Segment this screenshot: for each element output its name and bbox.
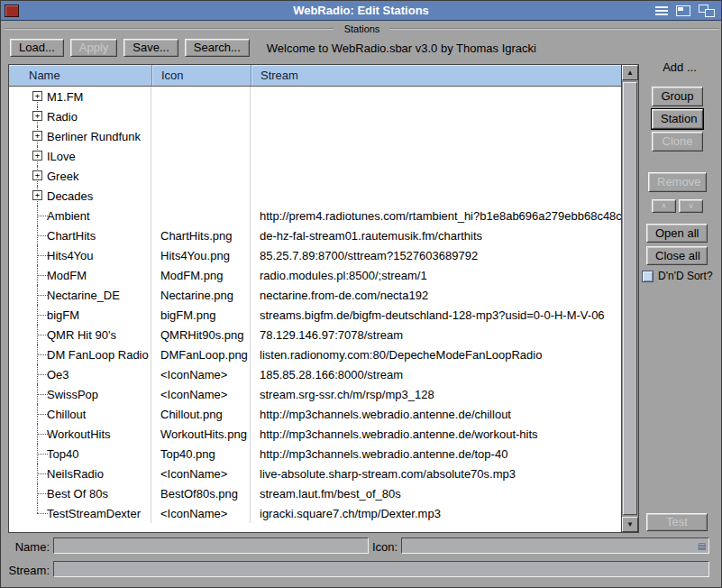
- column-header-stream[interactable]: Stream: [251, 65, 621, 86]
- table-row[interactable]: Hits4YouHits4You.png85.25.7.89:8700/sttr…: [9, 245, 621, 265]
- menu-icon[interactable]: [655, 6, 668, 15]
- expand-plus-icon[interactable]: +: [32, 190, 42, 200]
- stream-input[interactable]: [53, 561, 709, 577]
- icon-label: Icon:: [372, 540, 398, 554]
- close-icon[interactable]: [5, 5, 19, 17]
- station-name: Top40: [47, 447, 78, 461]
- cell-icon: ModFM.png: [151, 265, 251, 285]
- move-up-icon[interactable]: ∧: [652, 199, 676, 213]
- name-input[interactable]: [53, 537, 369, 554]
- table-row[interactable]: ModFMModFM.pngradio.modules.pl:8500/;str…: [9, 265, 621, 285]
- column-header-icon[interactable]: Icon: [151, 65, 251, 86]
- table-row[interactable]: ChilloutChillout.pnghttp://mp3channels.w…: [9, 404, 621, 424]
- station-name: Greek: [47, 170, 78, 183]
- scrollbar-track[interactable]: [622, 80, 638, 517]
- cell-icon: [151, 87, 251, 106]
- cell-stream: listen.radionomy.com:80/DepecheModeFanLo…: [251, 345, 621, 364]
- table-row[interactable]: ChartHitsChartHits.pngde-hz-fal-stream01…: [9, 225, 621, 245]
- cell-name: Chillout: [9, 404, 151, 424]
- cell-icon: <IconName>: [151, 464, 251, 483]
- expand-plus-icon[interactable]: +: [32, 131, 42, 141]
- cell-name: SwissPop: [9, 384, 151, 404]
- cell-stream: streams.bigfm.de/bigfm-deutschland-128-m…: [251, 305, 621, 325]
- table-row[interactable]: +ILove: [9, 146, 621, 166]
- station-name: bigFM: [47, 308, 79, 322]
- table-row[interactable]: Ambienthttp://prem4.radiotunes.com/rtamb…: [9, 206, 621, 225]
- icon-popup-button[interactable]: ▤: [695, 538, 708, 553]
- test-button[interactable]: Test: [646, 513, 708, 531]
- save-button[interactable]: Save...: [123, 39, 178, 57]
- remove-button[interactable]: Remove: [648, 172, 707, 192]
- table-row[interactable]: bigFMbigFM.pngstreams.bigfm.de/bigfm-deu…: [9, 305, 621, 325]
- tree-gadget: [9, 483, 45, 503]
- cell-name: Oe3: [9, 364, 151, 384]
- table-row[interactable]: +M1.FM: [9, 87, 621, 106]
- cell-icon: Chillout.png: [151, 404, 251, 424]
- table-row[interactable]: SwissPop<IconName>stream.srg-ssr.ch/m/rs…: [9, 384, 621, 404]
- cell-stream: [251, 166, 621, 186]
- table-row[interactable]: Oe3<IconName>185.85.28.166:8000/stream: [9, 364, 621, 384]
- zoom-gadget-icon[interactable]: [676, 5, 690, 16]
- table-row[interactable]: +Berliner Rundfunk: [9, 126, 621, 146]
- expand-plus-icon[interactable]: +: [32, 151, 42, 161]
- tree-branch-line: [37, 275, 48, 276]
- cell-name: +ILove: [9, 146, 151, 166]
- depth-gadget-icon[interactable]: [699, 5, 715, 17]
- tree-gadget: +: [9, 166, 45, 186]
- titlebar[interactable]: WebRadio: Edit Stations: [1, 1, 721, 21]
- table-row[interactable]: WorkoutHitsWorkoutHits.pnghttp://mp3chan…: [9, 424, 621, 444]
- table-row[interactable]: NeilsRadio<IconName>live-absolute.sharp-…: [9, 464, 621, 483]
- tree-branch-line: [37, 493, 48, 494]
- expand-plus-icon[interactable]: +: [32, 111, 42, 121]
- icon-input[interactable]: [401, 537, 709, 554]
- scrollbar-thumb[interactable]: [623, 82, 637, 515]
- cell-icon: ChartHits.png: [151, 225, 251, 245]
- cell-icon: Nectarine.png: [151, 285, 251, 305]
- station-name: ChartHits: [47, 229, 96, 243]
- cell-name: +Radio: [9, 106, 151, 126]
- window-title: WebRadio: Edit Stations: [55, 4, 667, 17]
- table-row[interactable]: Top40Top40.pnghttp://mp3channels.webradi…: [9, 444, 621, 464]
- expand-plus-icon[interactable]: +: [32, 91, 42, 101]
- scroll-up-icon[interactable]: ▲: [622, 65, 638, 80]
- open-all-button[interactable]: Open all: [646, 224, 708, 243]
- tree-branch-line: [37, 394, 48, 395]
- cell-icon: DMFanLoop.png: [151, 345, 251, 364]
- table-row[interactable]: +Greek: [9, 166, 621, 186]
- vertical-scrollbar[interactable]: ▲ ▼: [621, 65, 638, 532]
- move-down-icon[interactable]: ∨: [679, 199, 703, 213]
- cell-stream: [251, 146, 621, 166]
- expand-plus-icon[interactable]: +: [32, 170, 42, 180]
- tree-gadget: +: [9, 87, 45, 106]
- stream-label: Stream:: [3, 564, 50, 577]
- tree-gadget: [9, 325, 45, 345]
- scroll-down-icon[interactable]: ▼: [622, 517, 638, 532]
- cell-icon: Top40.png: [151, 444, 251, 464]
- add-group-button[interactable]: Group: [652, 87, 703, 106]
- cell-name: Best Of 80s: [9, 483, 151, 503]
- load-button[interactable]: Load...: [10, 39, 64, 57]
- cell-name: Top40: [9, 444, 151, 464]
- dnd-sort-checkbox[interactable]: [642, 271, 653, 282]
- add-station-button[interactable]: Station: [652, 109, 703, 129]
- table-row[interactable]: QMR Hit 90'sQMRHit90s.png78.129.146.97:7…: [9, 325, 621, 345]
- tab-stations[interactable]: Stations: [334, 23, 391, 34]
- clone-button[interactable]: Clone: [652, 132, 703, 152]
- table-row[interactable]: +Decades: [9, 186, 621, 206]
- close-all-button[interactable]: Close all: [646, 246, 708, 265]
- table-row[interactable]: TestStreamDexter<IconName>igracki.square…: [9, 503, 621, 523]
- cell-stream: de-hz-fal-stream01.rautemusik.fm/charthi…: [251, 225, 621, 245]
- station-name: Hits4You: [47, 249, 94, 262]
- table-row[interactable]: DM FanLoop RadioDMFanLoop.pnglisten.radi…: [9, 345, 621, 364]
- cell-icon: [151, 126, 251, 146]
- tab-groove-left: [5, 28, 334, 30]
- search-button[interactable]: Search...: [185, 39, 250, 57]
- tree-branch-line: [37, 216, 48, 216]
- table-row[interactable]: Nectarine_DENectarine.pngnectarine.from-…: [9, 285, 621, 305]
- station-list: Name Icon Stream +M1.FM+Radio+Berliner R…: [8, 64, 639, 533]
- tree-gadget: [9, 464, 45, 483]
- apply-button[interactable]: Apply: [70, 39, 118, 57]
- column-header-name[interactable]: Name: [9, 65, 151, 86]
- table-row[interactable]: Best Of 80sBestOf80s.pngstream.laut.fm/b…: [9, 483, 621, 503]
- table-row[interactable]: +Radio: [9, 106, 621, 126]
